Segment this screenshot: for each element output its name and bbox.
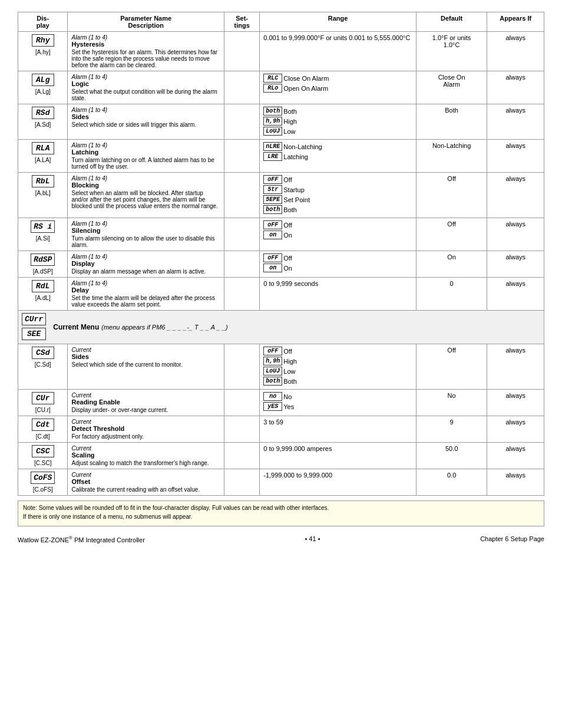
display-cell-abl: RbL[A.bL] — [18, 173, 68, 218]
appears-cell-adl: always — [487, 278, 544, 311]
default-cell-ala: Non-Latching — [416, 140, 487, 173]
param-cell-adl: Alarm (1 to 4)DelaySet the time the alar… — [68, 278, 224, 311]
page-footer: Watlow EZ-ZONE® PM Integrated Controller… — [18, 535, 544, 543]
range-item: onOn — [263, 230, 412, 239]
param-cell-ala: Alarm (1 to 4)LatchingTurn alarm latchin… — [68, 140, 224, 173]
settings-cell-cur — [224, 390, 259, 416]
range-cell-ahy: 0.001 to 9,999.000°F or units 0.001 to 5… — [260, 32, 416, 71]
curr-header-cell: CUrrSEECurrent Menu (menu appears if PM6… — [18, 311, 544, 344]
display-cell-ala: RLA[A.LA] — [18, 140, 68, 173]
settings-cell-ahy — [224, 32, 259, 71]
param-cell-cofs: CurrentOffsetCalibrate the current readi… — [68, 469, 224, 496]
default-cell-abl: Off — [416, 173, 487, 218]
param-cell-asi: Alarm (1 to 4)SilencingTurn alarm silenc… — [68, 218, 224, 251]
display-cell-asd: RSd[A.Sd] — [18, 104, 68, 140]
range-item: RLCClose On Alarm — [263, 74, 412, 83]
display-cell-cofs: CoFS[C.oFS] — [18, 469, 68, 496]
settings-cell-cdt — [224, 416, 259, 443]
range-cell-asd: bothBothh,9hHighLoUJLow — [260, 104, 416, 140]
table-row: CUr[CU.r]CurrentReading EnableDisplay un… — [18, 390, 544, 416]
col-header-display: Dis-play — [18, 12, 68, 32]
range-cell-csd: oFFOffh,9hHighLoUJLowbothBoth — [260, 344, 416, 390]
footer-page: • 41 • — [305, 535, 320, 543]
range-cell-adl: 0 to 9,999 seconds — [260, 278, 416, 311]
main-table: Dis-play Parameter NameDescription Set-t… — [18, 12, 544, 496]
default-cell-asd: Both — [416, 104, 487, 140]
table-row: CSC[C.SC]CurrentScalingAdjust scaling to… — [18, 443, 544, 469]
range-item: 5trStartup — [263, 185, 412, 194]
range-cell-abl: oFFOff5trStartup5EPESet PointbothBoth — [260, 173, 416, 218]
table-row: RSd[A.Sd]Alarm (1 to 4)SidesSelect which… — [18, 104, 544, 140]
range-item: bothBoth — [263, 205, 412, 214]
settings-cell-alg — [224, 71, 259, 104]
param-cell-cur: CurrentReading EnableDisplay under- or o… — [68, 390, 224, 416]
range-cell-cofs: -1,999.000 to 9,999.000 — [260, 469, 416, 496]
display-cell-cur: CUr[CU.r] — [18, 390, 68, 416]
range-item: LoUJLow — [263, 367, 412, 375]
settings-cell-abl — [224, 173, 259, 218]
param-cell-ahy: Alarm (1 to 4)HysteresisSet the hysteres… — [68, 32, 224, 71]
page: Dis-play Parameter NameDescription Set-t… — [0, 0, 562, 555]
table-row: Cdt[C.dt]CurrentDetect ThresholdFor fact… — [18, 416, 544, 443]
footer-notes: Note: Some values will be rounded off to… — [18, 500, 544, 526]
table-row: CoFS[C.oFS]CurrentOffsetCalibrate the cu… — [18, 469, 544, 496]
range-item: bothBoth — [263, 107, 412, 116]
display-cell-csc: CSC[C.SC] — [18, 443, 68, 469]
col-header-settings: Set-tings — [224, 12, 259, 32]
appears-cell-cofs: always — [487, 469, 544, 496]
appears-cell-csd: always — [487, 344, 544, 390]
param-cell-cdt: CurrentDetect ThresholdFor factory adjus… — [68, 416, 224, 443]
settings-cell-asd — [224, 104, 259, 140]
table-row: CSd[C.Sd]CurrentSidesSelect which side o… — [18, 344, 544, 390]
display-cell-alg: ALg[A.Lg] — [18, 71, 68, 104]
default-cell-ahy: 1.0°F or units 1.0°C — [416, 32, 487, 71]
param-cell-adsp: Alarm (1 to 4)DisplayDisplay an alarm me… — [68, 251, 224, 278]
footer-right: Chapter 6 Setup Page — [480, 535, 544, 543]
default-cell-adl: 0 — [416, 278, 487, 311]
range-cell-adsp: oFFOffonOn — [260, 251, 416, 278]
range-item: 5EPESet Point — [263, 195, 412, 204]
appears-cell-cdt: always — [487, 416, 544, 443]
range-item: onOn — [263, 263, 412, 272]
col-header-appears: Appears If — [487, 12, 544, 32]
range-cell-asi: oFFOffonOn — [260, 218, 416, 251]
display-cell-asi: RS i[A.Si] — [18, 218, 68, 251]
display-cell-ahy: Rhy[A.hy] — [18, 32, 68, 71]
table-row: RdSP[A.dSP]Alarm (1 to 4)DisplayDisplay … — [18, 251, 544, 278]
settings-cell-cofs — [224, 469, 259, 496]
range-item: h,9hHigh — [263, 117, 412, 126]
display-cell-csd: CSd[C.Sd] — [18, 344, 68, 390]
col-header-default: Default — [416, 12, 487, 32]
appears-cell-ala: always — [487, 140, 544, 173]
default-cell-adsp: On — [416, 251, 487, 278]
range-item: oFFOff — [263, 220, 412, 229]
settings-cell-adl — [224, 278, 259, 311]
default-cell-asi: Off — [416, 218, 487, 251]
appears-cell-adsp: always — [487, 251, 544, 278]
appears-cell-ahy: always — [487, 32, 544, 71]
appears-cell-abl: always — [487, 173, 544, 218]
footer-left: Watlow EZ-ZONE® PM Integrated Controller — [18, 535, 145, 543]
param-cell-asd: Alarm (1 to 4)SidesSelect which side or … — [68, 104, 224, 140]
display-cell-adsp: RdSP[A.dSP] — [18, 251, 68, 278]
param-cell-csc: CurrentScalingAdjust scaling to match th… — [68, 443, 224, 469]
table-row: ALg[A.Lg]Alarm (1 to 4)LogicSelect what … — [18, 71, 544, 104]
range-item: oFFOff — [263, 347, 412, 355]
appears-cell-alg: always — [487, 71, 544, 104]
appears-cell-cur: always — [487, 390, 544, 416]
range-item: oFFOff — [263, 175, 412, 184]
range-cell-alg: RLCClose On AlarmRLoOpen On Alarm — [260, 71, 416, 104]
range-item: LRELatching — [263, 152, 412, 161]
table-row: RbL[A.bL]Alarm (1 to 4)BlockingSelect wh… — [18, 173, 544, 218]
range-cell-csc: 0 to 9,999.000 amperes — [260, 443, 416, 469]
range-item: yESYes — [263, 402, 412, 411]
col-header-param: Parameter NameDescription — [68, 12, 224, 32]
display-cell-adl: RdL[A.dL] — [18, 278, 68, 311]
range-cell-ala: nLRENon-LatchingLRELatching — [260, 140, 416, 173]
settings-cell-ala — [224, 140, 259, 173]
param-cell-abl: Alarm (1 to 4)BlockingSelect when an ala… — [68, 173, 224, 218]
footer-note1: Note: Some values will be rounded off to… — [23, 505, 539, 511]
table-row: RdL[A.dL]Alarm (1 to 4)DelaySet the time… — [18, 278, 544, 311]
default-cell-csc: 50.0 — [416, 443, 487, 469]
default-cell-cofs: 0.0 — [416, 469, 487, 496]
